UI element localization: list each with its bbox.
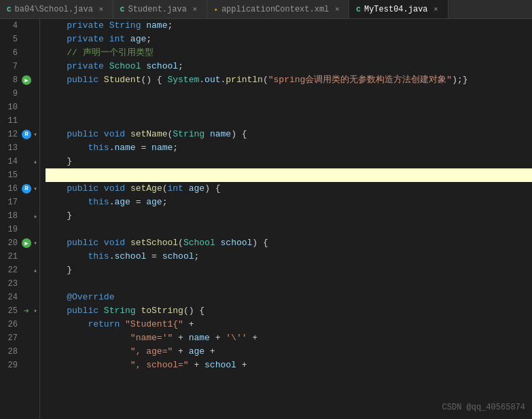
tab-bar: C ba04\School.java × C Student.java × ✦ …	[0, 0, 532, 19]
line-number-20: 20	[0, 238, 22, 248]
gutter-row-17: 17	[0, 196, 39, 209]
code-line-23	[46, 277, 532, 291]
line-number-26: 26	[0, 320, 22, 329]
gutter-row-5: 5	[0, 33, 39, 46]
gutter-row-12: 12 R ▾	[0, 128, 39, 141]
code-line-9	[46, 87, 532, 101]
line-number-16: 16	[0, 184, 22, 194]
line-number-19: 19	[0, 225, 22, 234]
gutter-row-11: 11	[0, 114, 39, 128]
code-line-20: public void setSchool(School school) {	[46, 236, 532, 250]
line-number-27: 27	[0, 333, 22, 343]
line-fold-18[interactable]: ▴	[31, 212, 39, 220]
watermark: CSDN @qq_40565874	[442, 403, 525, 412]
code-line-19	[46, 223, 532, 236]
gutter-row-8: 8 ▶	[0, 73, 39, 87]
line-number-18: 18	[0, 211, 22, 221]
gutter-row-26: 26	[0, 318, 39, 331]
code-line-22: }	[46, 263, 532, 277]
line-fold-14[interactable]: ▴	[31, 158, 39, 166]
line-fold-22[interactable]: ▴	[31, 266, 39, 274]
tab-close-mytest[interactable]: ×	[431, 5, 441, 14]
gutter-row-6: 6	[0, 46, 39, 60]
tab-label-student: Student.java	[128, 5, 186, 14]
line-marker-20[interactable]: ▶	[22, 238, 31, 248]
tab-label-mytest: MyTest04.java	[364, 5, 428, 14]
line-number-28: 28	[0, 347, 22, 357]
code-line-17: this.age = age;	[46, 196, 532, 209]
gutter-row-15: 15	[0, 168, 39, 182]
tab-student[interactable]: C Student.java ×	[113, 0, 207, 18]
code-line-28: ", age=" + age +	[46, 345, 532, 359]
gutter-row-23: 23	[0, 277, 39, 291]
tab-school[interactable]: C ba04\School.java ×	[0, 0, 113, 18]
code-line-25: public String toString() {	[46, 304, 532, 318]
gutter-row-29: 29	[0, 359, 39, 372]
gutter-row-25: 25 ➔ ▾	[0, 304, 39, 318]
line-fold-25[interactable]: ▾	[31, 307, 39, 315]
line-number-17: 17	[0, 198, 22, 207]
code-line-26: return "Student1{" +	[46, 318, 532, 331]
debug-icon-12: R	[22, 130, 31, 139]
tab-icon-mytest: C	[356, 5, 361, 14]
line-number-5: 5	[0, 35, 22, 44]
line-number-12: 12	[0, 130, 22, 139]
tab-label-school: ba04\School.java	[15, 5, 93, 14]
tab-close-school[interactable]: ×	[96, 5, 106, 14]
gutter-row-22: 22 ▴	[0, 263, 39, 277]
line-number-6: 6	[0, 48, 22, 58]
gutter-row-24: 24	[0, 291, 39, 304]
tab-close-appcontext[interactable]: ×	[332, 5, 342, 14]
line-marker-16[interactable]: R	[22, 184, 31, 194]
tab-icon-school: C	[7, 5, 12, 14]
gutter-row-16: 16 R ▾	[0, 182, 39, 196]
line-marker-8[interactable]: ▶	[22, 75, 31, 85]
tab-label-appcontext: applicationContext.xml	[221, 5, 329, 14]
tab-icon-appcontext: ✦	[214, 5, 218, 14]
tab-appcontext[interactable]: ✦ applicationContext.xml ×	[207, 0, 349, 18]
line-number-21: 21	[0, 252, 22, 261]
editor: 4 5 6 7 8 ▶ 9	[0, 19, 532, 419]
code-area[interactable]: private String name; private int age; //…	[40, 19, 532, 419]
line-number-25: 25	[0, 306, 22, 316]
tab-mytest[interactable]: C MyTest04.java ×	[349, 0, 448, 18]
gutter-row-18: 18 ▴	[0, 209, 39, 223]
line-number-4: 4	[0, 21, 22, 31]
line-number-10: 10	[0, 103, 22, 112]
line-marker-12[interactable]: R	[22, 130, 31, 139]
code-line-29: ", school=" + school +	[46, 359, 532, 372]
code-line-11	[46, 114, 532, 128]
line-fold-12[interactable]: ▾	[31, 130, 39, 139]
tab-close-student[interactable]: ×	[190, 5, 200, 14]
breakpoint-icon-20: ▶	[22, 238, 31, 248]
debug-icon-16: R	[22, 184, 31, 194]
line-marker-25[interactable]: ➔	[22, 306, 31, 316]
line-number-15: 15	[0, 170, 22, 180]
line-fold-20[interactable]: ▾	[31, 239, 39, 247]
gutter-row-20: 20 ▶ ▾	[0, 236, 39, 250]
code-line-21: this.school = school;	[46, 250, 532, 263]
line-number-8: 8	[0, 75, 22, 85]
line-number-14: 14	[0, 157, 22, 166]
line-number-7: 7	[0, 62, 22, 71]
code-line-15	[46, 168, 532, 182]
gutter-row-13: 13	[0, 141, 39, 155]
line-number-9: 9	[0, 89, 22, 98]
gutter-row-4: 4	[0, 19, 39, 33]
gutter-row-9: 9	[0, 87, 39, 101]
line-fold-16[interactable]: ▾	[31, 185, 39, 193]
code-line-4: private String name;	[46, 19, 532, 33]
gutter-row-19: 19	[0, 223, 39, 236]
line-number-29: 29	[0, 361, 22, 370]
code-line-5: private int age;	[46, 33, 532, 46]
code-line-10	[46, 101, 532, 114]
code-line-14: }	[46, 155, 532, 168]
code-line-27: "name='" + name + '\'' +	[46, 331, 532, 345]
code-line-24: @Override	[46, 291, 532, 304]
gutter-row-28: 28	[0, 345, 39, 359]
code-line-16: public void setAge(int age) {	[46, 182, 532, 196]
code-line-13: this.name = name;	[46, 141, 532, 155]
code-line-7: private School school;	[46, 60, 532, 73]
line-number-11: 11	[0, 116, 22, 126]
gutter-row-14: 14 ▴	[0, 155, 39, 168]
